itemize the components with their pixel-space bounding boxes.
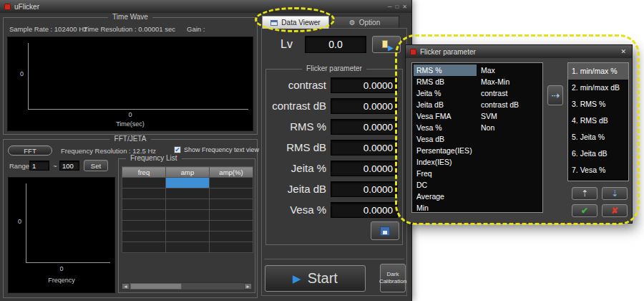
list-item[interactable]: 5. Jeita % [568, 129, 628, 145]
list-item[interactable]: 2. min/max dB [568, 80, 628, 96]
param-label: RMS % [266, 118, 326, 135]
flicker-parameter-dialog: Flicker parameter ✕ RMS % RMS dB Jeita %… [405, 44, 633, 224]
move-right-button[interactable]: ⇢ [547, 85, 563, 105]
cancel-button[interactable]: ✘ [602, 204, 628, 217]
table-row [122, 210, 253, 221]
cell[interactable] [122, 231, 166, 242]
show-frequency-checkbox[interactable]: ✔ Show Frequency text view [174, 146, 259, 153]
cell[interactable] [210, 231, 253, 242]
selected-cell[interactable] [166, 178, 210, 188]
lv-export-button[interactable]: ▶ [372, 36, 401, 53]
list-item[interactable]: RMS dB [414, 76, 477, 87]
tab-data-viewer[interactable]: Data Viewer [262, 16, 329, 29]
dark-calibration-label-2: Calibration [379, 278, 406, 285]
table-row [122, 199, 253, 210]
cell[interactable] [166, 221, 210, 231]
list-item[interactable]: contrast [478, 87, 541, 99]
tab-option[interactable]: ⚙ Option [330, 16, 399, 29]
col-header-amp[interactable]: amp [166, 167, 210, 178]
cell[interactable] [122, 199, 166, 210]
list-item[interactable]: contrast dB [478, 99, 541, 110]
cross-icon: ✘ [611, 206, 618, 216]
col-header-freq[interactable]: freq [122, 167, 166, 178]
cell[interactable] [122, 210, 166, 221]
set-button[interactable]: Set [84, 160, 108, 171]
ok-button[interactable]: ✔ [572, 204, 597, 217]
param-row: RMS % 0.0000 [266, 118, 402, 135]
cell[interactable] [122, 242, 166, 253]
x-axis [28, 109, 248, 110]
save-results-button[interactable] [371, 221, 399, 240]
list-item[interactable]: Average [414, 191, 477, 202]
cell[interactable] [166, 199, 210, 210]
cell[interactable] [166, 242, 210, 253]
screenshot-stage: uFlicker ─ □ ✕ Time Wave Sample Rate : 1… [0, 0, 644, 301]
list-item[interactable]: DC [414, 179, 477, 191]
list-item[interactable]: Max [478, 64, 541, 76]
cell[interactable] [210, 242, 253, 253]
param-label: contrast [266, 77, 326, 94]
y-axis [28, 43, 29, 110]
move-up-button[interactable]: ⇡ [572, 187, 597, 200]
range-from-input[interactable] [29, 161, 49, 171]
scrollbar-thumb[interactable] [130, 283, 182, 290]
cell[interactable] [166, 210, 210, 221]
start-button-label: Start [308, 270, 338, 287]
list-item[interactable]: 4. RMS dB [568, 113, 628, 129]
frequency-table: freq amp amp(%) [122, 166, 253, 253]
start-button[interactable]: ▶ Start [265, 265, 366, 292]
list-item[interactable]: 6. Jeita dB [568, 145, 628, 162]
list-item[interactable]: Jeita % [414, 87, 477, 99]
list-item[interactable]: SVM [478, 110, 541, 122]
minimize-icon[interactable]: ─ [388, 4, 392, 10]
cell[interactable] [122, 221, 166, 231]
cell[interactable] [210, 199, 253, 210]
dialog-close-icon[interactable]: ✕ [619, 48, 628, 55]
cell[interactable] [210, 210, 253, 221]
y-axis-zero: 0 [18, 218, 21, 225]
fft-chart: 0 0 Freqency [8, 177, 115, 293]
cell[interactable] [166, 188, 210, 199]
cell[interactable] [210, 221, 253, 231]
cell[interactable] [122, 188, 166, 199]
list-item[interactable]: Max-Min [478, 76, 541, 87]
arrow-up-icon: ⇡ [581, 188, 588, 199]
list-item[interactable]: Persentage(IES) [414, 145, 477, 156]
cell[interactable] [166, 231, 210, 242]
cell[interactable] [122, 178, 166, 188]
tab-option-label: Option [359, 19, 380, 27]
list-item[interactable]: Non [478, 122, 541, 133]
param-value: 0.0000 [331, 119, 398, 135]
list-item[interactable]: Vesa FMA [414, 110, 477, 122]
list-item[interactable]: Jeita dB [414, 99, 477, 110]
flicker-parameter-group: Flicker parameter contrast 0.0000 contra… [265, 69, 403, 245]
param-label: Jeita % [266, 160, 326, 177]
list-item[interactable]: Vesa % [414, 122, 477, 133]
list-item[interactable]: 1. min/max % [568, 63, 628, 80]
tab-data-viewer-label: Data Viewer [281, 19, 320, 27]
time-wave-group: Time Wave Sample Rate : 102400 Hz Time R… [3, 17, 258, 135]
dark-calibration-button[interactable]: Dark Calibration [380, 264, 406, 292]
list-item[interactable]: Index(IES) [414, 156, 477, 168]
list-item[interactable]: 3. RMS % [568, 96, 628, 113]
scroll-right-icon[interactable]: ► [244, 283, 252, 290]
window-title: uFlicker [14, 3, 39, 11]
list-item[interactable]: Freq [414, 168, 477, 179]
list-item[interactable]: Min [414, 202, 477, 213]
show-frequency-label: Show Frequency text view [184, 146, 259, 153]
list-item[interactable]: Vesa dB [414, 133, 477, 145]
checkbox-check-icon: ✔ [174, 146, 181, 153]
maximize-icon[interactable]: □ [395, 4, 399, 10]
cell[interactable] [210, 178, 253, 188]
cell[interactable] [210, 188, 253, 199]
col-header-amp-pct[interactable]: amp(%) [210, 167, 253, 178]
range-to-input[interactable] [59, 161, 79, 171]
close-icon[interactable]: ✕ [402, 4, 407, 10]
horizontal-scrollbar[interactable]: ◄ ► [121, 282, 253, 290]
fft-button[interactable]: FFT [8, 145, 52, 156]
list-item[interactable]: RMS % [414, 64, 477, 76]
move-down-button[interactable]: ⇣ [602, 187, 628, 200]
scroll-left-icon[interactable]: ◄ [122, 283, 130, 290]
list-item[interactable]: 7. Vesa % [568, 162, 628, 178]
range-tilde: ~ [53, 162, 57, 170]
